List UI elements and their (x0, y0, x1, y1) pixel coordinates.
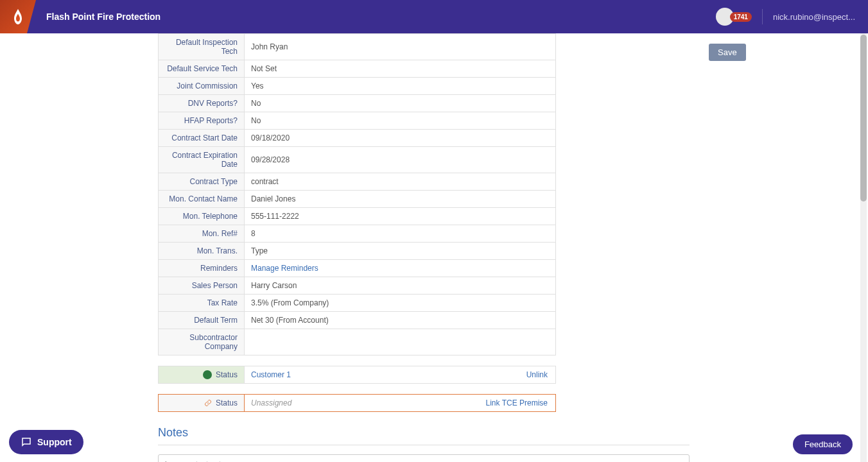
logo-wedge[interactable] (0, 0, 36, 33)
status-value-1[interactable]: Customer 1 (245, 366, 526, 383)
detail-value: 3.5% (From Company) (245, 295, 556, 312)
chat-icon (21, 436, 32, 448)
status-label-2: Status (159, 395, 245, 411)
detail-value: Yes (245, 78, 556, 95)
flame-icon (12, 9, 24, 24)
detail-row: Tax Rate3.5% (From Company) (159, 295, 556, 312)
detail-label: Subcontractor Company (159, 329, 245, 355)
detail-value: No (245, 95, 556, 112)
unlink-action[interactable]: Unlink (526, 366, 555, 383)
user-email[interactable]: nick.rubino@inspect... (773, 12, 855, 22)
detail-row: Mon. Telephone555-111-2222 (159, 208, 556, 225)
avatar-wrap[interactable]: 1741 (716, 8, 752, 26)
detail-row: HFAP Reports?No (159, 112, 556, 130)
detail-value: 09/18/2020 (245, 130, 556, 147)
link-icon (204, 399, 212, 407)
detail-label: Default Service Tech (159, 60, 245, 78)
detail-value: No (245, 112, 556, 130)
notes-divider (158, 445, 690, 445)
detail-row: DNV Reports?No (159, 95, 556, 112)
header-right: 1741 nick.rubino@inspect... (716, 8, 868, 26)
detail-label: Reminders (159, 260, 245, 277)
detail-label: Joint Commission (159, 78, 245, 95)
status-label-1: Status (159, 366, 245, 383)
detail-row: Default Inspection TechJohn Ryan (159, 34, 556, 60)
manage-reminders-link[interactable]: Manage Reminders (251, 264, 318, 273)
scrollbar-thumb[interactable] (860, 35, 867, 201)
detail-value: Daniel Jones (245, 191, 556, 208)
detail-label: Mon. Telephone (159, 208, 245, 225)
support-button[interactable]: Support (9, 430, 83, 454)
save-button[interactable]: Save (709, 44, 746, 61)
detail-value: Net 30 (From Account) (245, 312, 556, 329)
detail-value: Harry Carson (245, 277, 556, 295)
detail-row: Contract Expiration Date09/28/2028 (159, 147, 556, 173)
scrollbar-track[interactable] (860, 33, 867, 462)
detail-label: Mon. Contact Name (159, 191, 245, 208)
detail-value (245, 329, 556, 355)
app-header: Flash Point Fire Protection 1741 nick.ru… (0, 0, 868, 33)
detail-label: Tax Rate (159, 295, 245, 312)
detail-label: Mon. Ref# (159, 225, 245, 243)
detail-label: DNV Reports? (159, 95, 245, 112)
detail-row: Contract Start Date09/18/2020 (159, 130, 556, 147)
qb-icon (203, 370, 212, 379)
detail-label: Contract Type (159, 173, 245, 191)
notes-title: Notes (158, 426, 690, 440)
detail-row: Mon. Ref#8 (159, 225, 556, 243)
detail-value: contract (245, 173, 556, 191)
detail-label: HFAP Reports? (159, 112, 245, 130)
status-row-customer: Status Customer 1 Unlink (158, 366, 556, 384)
detail-label: Mon. Trans. (159, 243, 245, 260)
detail-row: Contract Typecontract (159, 173, 556, 191)
detail-value: Not Set (245, 60, 556, 78)
detail-row: RemindersManage Reminders (159, 260, 556, 277)
detail-row: Default Service TechNot Set (159, 60, 556, 78)
detail-row: Subcontractor Company (159, 329, 556, 355)
details-table: Default Inspection TechJohn RyanDefault … (158, 33, 556, 355)
detail-label: Contract Start Date (159, 130, 245, 147)
status-value-2: Unassigned (245, 395, 486, 411)
detail-row: Mon. Trans.Type (159, 243, 556, 260)
detail-label: Default Term (159, 312, 245, 329)
detail-value: 555-111-2222 (245, 208, 556, 225)
status-row-premise: Status Unassigned Link TCE Premise (158, 394, 556, 412)
detail-value: John Ryan (245, 34, 556, 60)
detail-value[interactable]: Manage Reminders (245, 260, 556, 277)
detail-row: Mon. Contact NameDaniel Jones (159, 191, 556, 208)
app-name: Flash Point Fire Protection (46, 12, 161, 22)
notification-badge: 1741 (730, 12, 752, 22)
detail-row: Sales PersonHarry Carson (159, 277, 556, 295)
detail-value: 09/28/2028 (245, 147, 556, 173)
detail-label: Default Inspection Tech (159, 34, 245, 60)
link-premise-action[interactable]: Link TCE Premise (486, 395, 555, 411)
detail-label: Sales Person (159, 277, 245, 295)
detail-row: Joint CommissionYes (159, 78, 556, 95)
detail-label: Contract Expiration Date (159, 147, 245, 173)
divider (762, 9, 763, 24)
feedback-button[interactable]: Feedback (793, 434, 853, 454)
detail-value: Type (245, 243, 556, 260)
notes-textarea[interactable] (158, 454, 690, 462)
detail-value: 8 (245, 225, 556, 243)
detail-row: Default TermNet 30 (From Account) (159, 312, 556, 329)
